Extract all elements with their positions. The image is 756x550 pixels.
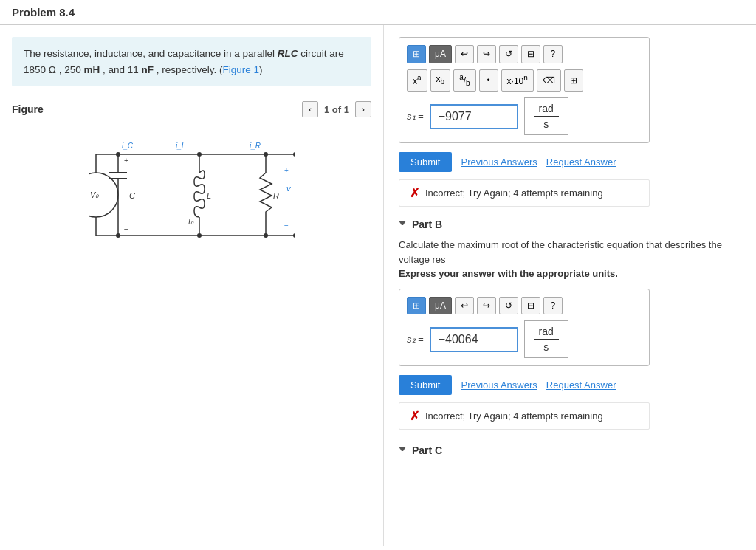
partb-error-icon: ✗ bbox=[410, 409, 419, 423]
partc-section: Part C bbox=[399, 444, 741, 456]
partb-toggle[interactable] bbox=[399, 221, 406, 228]
refresh-button-b[interactable]: ↺ bbox=[499, 297, 518, 315]
partb-title: Part B bbox=[412, 219, 442, 230]
svg-point-35 bbox=[264, 152, 268, 157]
figure-section: Figure ‹ 1 of 1 › bbox=[12, 101, 371, 258]
help-button-b[interactable]: ? bbox=[543, 297, 563, 315]
svg-point-36 bbox=[264, 233, 268, 238]
problem-header: Problem 8.4 bbox=[0, 0, 756, 25]
problem-text: The resistance, inductance, and capacita… bbox=[12, 37, 371, 86]
parta-unit-top: rad bbox=[534, 103, 559, 114]
parta-submit-row: Submit Previous Answers Request Answer bbox=[399, 152, 741, 172]
partb-section: Part B Calculate the maximum root of the… bbox=[399, 219, 741, 430]
redo-button-b[interactable]: ↪ bbox=[477, 297, 496, 315]
help-button-a[interactable]: ? bbox=[543, 45, 563, 63]
parta-error-message: Incorrect; Try Again; 4 attempts remaini… bbox=[425, 188, 603, 199]
figure-page: 1 of 1 bbox=[324, 104, 349, 115]
svg-text:V₀: V₀ bbox=[90, 190, 99, 199]
partc-toggle[interactable] bbox=[399, 447, 406, 454]
partb-toolbar: ⊞ μA ↩ ↪ ↺ ⊟ ? bbox=[407, 297, 642, 315]
parta-unit-line bbox=[534, 116, 559, 117]
svg-text:R: R bbox=[273, 191, 279, 200]
svg-text:I₀: I₀ bbox=[188, 218, 194, 226]
figure-link[interactable]: Figure 1 bbox=[223, 64, 260, 75]
parta-submit-button[interactable]: Submit bbox=[399, 152, 452, 172]
circuit-svg: V₀ i_C + − C i_L L I₀ bbox=[89, 132, 295, 250]
partc-title: Part C bbox=[412, 444, 442, 456]
parta-request-answer-button[interactable]: Request Answer bbox=[546, 157, 616, 168]
refresh-button-a[interactable]: ↺ bbox=[499, 45, 518, 63]
svg-text:C: C bbox=[129, 191, 135, 200]
svg-text:i_L: i_L bbox=[176, 142, 185, 150]
template-button-b[interactable]: ⊞ bbox=[407, 297, 426, 315]
mu-a-button-a[interactable]: μA bbox=[429, 45, 452, 63]
parta-previous-answers-button[interactable]: Previous Answers bbox=[461, 157, 537, 168]
dot-button-a[interactable]: • bbox=[479, 69, 498, 92]
partb-desc-text: Calculate the maximum root of the charac… bbox=[399, 239, 722, 265]
svg-text:i_C: i_C bbox=[122, 142, 134, 150]
svg-point-31 bbox=[116, 152, 120, 157]
svg-point-33 bbox=[197, 152, 202, 157]
partb-submit-button[interactable]: Submit bbox=[399, 375, 452, 395]
parta-error-box: ✗ Incorrect; Try Again; 4 attempts remai… bbox=[399, 179, 650, 207]
right-panel: ⊞ μA ↩ ↪ ↺ ⊟ ? xa xb a/b • x·10n ⌫ ⊞ s₁ … bbox=[384, 25, 756, 546]
svg-point-34 bbox=[197, 233, 202, 238]
xb-button-a[interactable]: xb bbox=[430, 69, 451, 92]
partc-header: Part C bbox=[399, 444, 741, 456]
parta-math-box: ⊞ μA ↩ ↪ ↺ ⊟ ? xa xb a/b • x·10n ⌫ ⊞ s₁ … bbox=[399, 37, 650, 143]
partb-unit-line bbox=[534, 339, 559, 340]
partb-request-answer-button[interactable]: Request Answer bbox=[546, 379, 616, 391]
left-panel: The resistance, inductance, and capacita… bbox=[0, 25, 384, 546]
circuit-diagram: V₀ i_C + − C i_L L I₀ bbox=[12, 125, 371, 258]
partb-previous-answers-button[interactable]: Previous Answers bbox=[461, 379, 537, 391]
undo-button-b[interactable]: ↩ bbox=[455, 297, 474, 315]
svg-text:+: + bbox=[124, 157, 128, 165]
parta-input-row: s₁ = −9077 rad s bbox=[407, 97, 642, 135]
partb-instruction: Express your answer with the appropriate… bbox=[399, 268, 618, 279]
sci-button-a[interactable]: x·10n bbox=[501, 69, 534, 92]
svg-text:−: − bbox=[284, 221, 289, 230]
svg-text:−: − bbox=[124, 225, 128, 233]
figure-label: Figure bbox=[12, 103, 44, 115]
partb-description: Calculate the maximum root of the charac… bbox=[399, 238, 741, 281]
svg-point-32 bbox=[116, 233, 120, 238]
problem-title: Problem 8.4 bbox=[12, 6, 75, 18]
parta-error-icon: ✗ bbox=[410, 186, 419, 200]
keyboard-button-a[interactable]: ⊟ bbox=[521, 45, 540, 63]
partb-submit-row: Submit Previous Answers Request Answer bbox=[399, 375, 741, 395]
parta-label: s₁ = bbox=[407, 111, 424, 122]
svg-text:v: v bbox=[286, 184, 292, 193]
partb-unit: rad s bbox=[524, 320, 568, 358]
parta-unit: rad s bbox=[524, 97, 568, 135]
parta-unit-bottom: s bbox=[534, 118, 559, 130]
figure-next-button[interactable]: › bbox=[355, 101, 371, 117]
partb-math-box: ⊞ μA ↩ ↪ ↺ ⊟ ? s₂ = −40064 rad s bbox=[399, 289, 650, 367]
partb-value[interactable]: −40064 bbox=[430, 327, 518, 352]
figure-nav: ‹ 1 of 1 › bbox=[302, 101, 371, 117]
svg-text:L: L bbox=[207, 191, 211, 200]
partb-input-row: s₂ = −40064 rad s bbox=[407, 320, 642, 358]
partb-unit-bottom: s bbox=[534, 341, 559, 353]
svg-text:i_R: i_R bbox=[250, 142, 261, 150]
partb-header: Part B bbox=[399, 219, 741, 230]
matrix-button-a[interactable]: ⊞ bbox=[564, 69, 583, 92]
partb-label: s₂ = bbox=[407, 334, 424, 345]
redo-button-a[interactable]: ↪ bbox=[477, 45, 496, 63]
partb-error-message: Incorrect; Try Again; 4 attempts remaini… bbox=[425, 410, 603, 422]
undo-button-a[interactable]: ↩ bbox=[455, 45, 474, 63]
svg-text:+: + bbox=[284, 166, 289, 174]
parta-toolbar: ⊞ μA ↩ ↪ ↺ ⊟ ? xa xb a/b • x·10n ⌫ ⊞ bbox=[407, 45, 642, 92]
mu-a-button-b[interactable]: μA bbox=[429, 297, 452, 315]
del-button-a[interactable]: ⌫ bbox=[537, 69, 561, 92]
parta-value[interactable]: −9077 bbox=[430, 104, 518, 129]
keyboard-button-b[interactable]: ⊟ bbox=[521, 297, 540, 315]
figure-prev-button[interactable]: ‹ bbox=[302, 101, 318, 117]
partb-error-box: ✗ Incorrect; Try Again; 4 attempts remai… bbox=[399, 402, 650, 430]
frac-button-a[interactable]: a/b bbox=[453, 69, 475, 92]
template-button-a[interactable]: ⊞ bbox=[407, 45, 426, 63]
xa-button-a[interactable]: xa bbox=[407, 69, 427, 92]
partb-unit-top: rad bbox=[534, 326, 559, 337]
